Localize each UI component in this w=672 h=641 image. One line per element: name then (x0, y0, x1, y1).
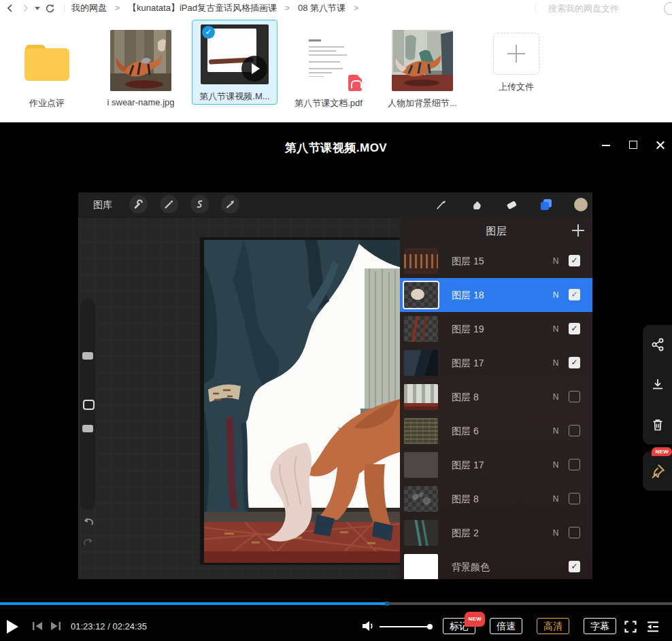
refresh-icon[interactable] (42, 1, 57, 16)
layer-thumbnail[interactable] (404, 282, 438, 308)
layer-visibility-checkbox[interactable] (569, 459, 580, 470)
layer-thumbnail[interactable] (404, 248, 438, 274)
file-item-image[interactable]: i swear-name.jpg (98, 22, 184, 114)
adjustments-wand-icon[interactable] (160, 195, 178, 213)
layer-blend-mode[interactable]: N (551, 482, 560, 516)
layer-blend-mode[interactable]: N (551, 278, 560, 312)
brush-icon[interactable] (433, 196, 449, 213)
folder-icon[interactable] (16, 30, 78, 91)
layer-thumbnail[interactable] (404, 418, 438, 444)
upload-dropzone[interactable] (493, 33, 539, 75)
layer-thumbnail[interactable] (404, 316, 438, 342)
volume-icon[interactable] (361, 619, 375, 636)
modify-button[interactable] (83, 400, 95, 410)
layer-row[interactable]: 图层 15 N (400, 244, 592, 278)
pdf-thumbnail[interactable] (298, 30, 359, 91)
layer-visibility-checkbox[interactable] (569, 527, 580, 538)
layer-blend-mode[interactable]: N (551, 312, 560, 346)
back-icon[interactable] (3, 1, 18, 16)
mark-button[interactable]: 标记 NEW (443, 618, 475, 634)
undo-icon[interactable] (82, 517, 95, 530)
layer-row[interactable]: 图层 19 N (400, 312, 592, 346)
layer-thumbnail[interactable] (404, 384, 438, 410)
download-icon[interactable] (650, 377, 665, 392)
search-icon[interactable] (664, 2, 672, 15)
brush-size-slider[interactable] (82, 352, 93, 360)
layer-blend-mode[interactable]: N (551, 380, 560, 414)
layer-visibility-checkbox[interactable] (569, 357, 580, 368)
layer-thumbnail[interactable] (404, 486, 438, 512)
seek-bar[interactable] (0, 602, 672, 605)
play-overlay-icon[interactable] (241, 56, 267, 82)
delete-icon[interactable] (650, 417, 665, 432)
eraser-icon[interactable] (503, 196, 520, 213)
layer-visibility-checkbox[interactable] (569, 255, 580, 266)
layer-blend-mode[interactable]: N (551, 244, 560, 278)
close-icon[interactable] (654, 139, 667, 151)
forward-icon[interactable] (18, 1, 33, 16)
fullscreen-icon[interactable] (624, 620, 637, 636)
layer-visibility-checkbox[interactable] (569, 493, 580, 504)
quality-button[interactable]: 高清 (537, 618, 569, 634)
layer-visibility-checkbox[interactable] (569, 289, 580, 300)
speed-button[interactable]: 倍速 (490, 618, 522, 634)
redo-icon[interactable] (82, 538, 95, 550)
layer-thumbnail[interactable] (404, 554, 438, 579)
wrench-icon[interactable] (129, 195, 148, 213)
previous-icon[interactable] (31, 621, 44, 634)
breadcrumb-course[interactable]: 【kunatata】iPad复古童话风格插画课 (128, 2, 277, 14)
selected-check-icon[interactable] (202, 26, 215, 39)
seek-handle[interactable] (385, 602, 389, 606)
layers-panel-icon[interactable] (538, 196, 554, 213)
volume-handle[interactable] (427, 624, 433, 629)
layer-blend-mode[interactable]: N (551, 414, 560, 448)
share-icon[interactable] (650, 337, 665, 352)
image-thumbnail[interactable] (110, 30, 171, 91)
file-name[interactable]: i swear-name.jpg (98, 97, 184, 107)
layer-row[interactable]: 图层 8 N (400, 482, 592, 516)
file-item-pdf[interactable]: 第八节课文档.pdf (286, 22, 371, 114)
file-item-folder[interactable]: 作业点评 (4, 22, 90, 114)
layer-row[interactable]: 图层 2 N (400, 516, 592, 550)
artwork-canvas[interactable] (200, 237, 401, 565)
layer-row[interactable]: 图层 17 N (400, 448, 592, 482)
play-icon[interactable] (7, 620, 18, 634)
selection-icon[interactable] (190, 195, 209, 213)
pin-icon[interactable] (650, 463, 666, 479)
playlist-icon[interactable] (645, 620, 660, 636)
history-dropdown-icon[interactable] (33, 1, 42, 16)
brush-opacity-slider[interactable] (82, 425, 93, 432)
layer-visibility-checkbox[interactable] (569, 323, 580, 334)
layer-row[interactable]: 图层 17 N (400, 346, 592, 380)
file-name[interactable]: 作业点评 (4, 97, 90, 109)
subtitles-button[interactable]: 字幕 (584, 618, 616, 634)
file-name[interactable]: 人物加背景细节... (380, 97, 465, 109)
background-color-row[interactable]: 背景颜色 (400, 550, 592, 579)
gallery-button[interactable]: 图库 (93, 192, 112, 217)
file-item-video-selected[interactable]: 第八节课视频.M... (192, 20, 278, 105)
upload-label[interactable]: 上传文件 (473, 81, 559, 93)
upload-file-tile[interactable]: 上传文件 (473, 22, 559, 114)
image-thumbnail[interactable] (392, 30, 453, 91)
next-icon[interactable] (50, 621, 62, 634)
layer-visibility-checkbox[interactable] (569, 391, 580, 402)
layer-blend-mode[interactable]: N (551, 346, 560, 380)
video-thumbnail[interactable] (201, 24, 269, 84)
layer-row[interactable]: 图层 6 N (400, 414, 592, 448)
layer-thumbnail[interactable] (404, 350, 438, 376)
search-input[interactable] (547, 3, 652, 14)
layer-visibility-checkbox[interactable] (569, 561, 580, 572)
smudge-icon[interactable] (468, 196, 484, 213)
maximize-icon[interactable] (627, 139, 639, 151)
layer-row[interactable]: 图层 8 N (400, 380, 592, 414)
layer-thumbnail[interactable] (404, 452, 438, 478)
volume-slider[interactable] (380, 626, 430, 627)
transform-arrow-icon[interactable] (221, 195, 239, 213)
file-name[interactable]: 第八节课文档.pdf (286, 97, 371, 109)
breadcrumb-root[interactable]: 我的网盘 (71, 2, 107, 14)
file-name[interactable]: 第八节课视频.M... (192, 90, 277, 103)
color-swatch-icon[interactable] (573, 196, 589, 213)
file-item-image[interactable]: 人物加背景细节... (380, 22, 465, 114)
minimize-icon[interactable] (600, 139, 612, 151)
layer-blend-mode[interactable]: N (551, 516, 560, 550)
